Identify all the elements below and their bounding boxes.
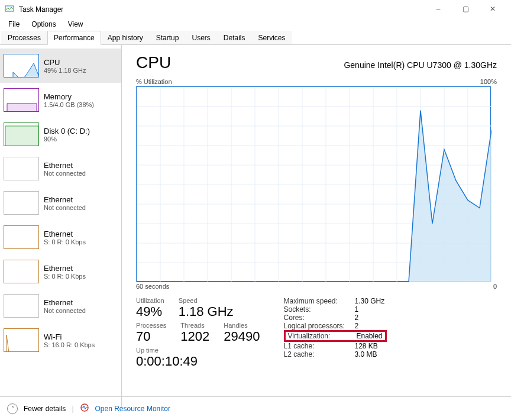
sidebar-item-wi-fi-8[interactable]: Wi-FiS: 16.0 R: 0 Kbps <box>0 323 121 357</box>
uptime-label: Up time <box>136 347 198 354</box>
stat-value: 1 <box>355 305 359 314</box>
utilization-label: Utilization <box>136 297 164 304</box>
chart-label-top-left: % Utilization <box>136 78 172 85</box>
chart-label-bottom-right: 0 <box>493 283 497 290</box>
sidebar-item-sub: 49% 1.18 GHz <box>44 67 86 74</box>
stat-label: Logical processors: <box>284 322 355 330</box>
detail-title: CPU <box>136 53 171 72</box>
tab-performance[interactable]: Performance <box>47 31 101 45</box>
stat-label: Maximum speed: <box>284 297 355 305</box>
stat-label: L2 cache: <box>284 350 355 358</box>
threads-label: Threads <box>180 322 209 329</box>
sidebar-item-ethernet-5[interactable]: EthernetS: 0 R: 0 Kbps <box>0 220 121 254</box>
sidebar-item-name: Ethernet <box>44 264 86 273</box>
thumb-icon <box>4 260 39 283</box>
stat-label: Sockets: <box>284 305 355 314</box>
right-stats: Maximum speed:1.30 GHzSockets:1Cores:2Lo… <box>284 297 387 369</box>
sidebar-item-disk-0-c-d--2[interactable]: Disk 0 (C: D:)90% <box>0 117 121 151</box>
stat-label: Cores: <box>284 314 355 322</box>
stat-label: L1 cache: <box>284 342 355 350</box>
sidebar-item-sub: Not connected <box>44 204 86 211</box>
tab-services[interactable]: Services <box>252 31 292 44</box>
thumb-icon <box>4 328 39 352</box>
sidebar-item-ethernet-4[interactable]: EthernetNot connected <box>0 186 121 220</box>
sidebar-item-name: Ethernet <box>44 161 86 170</box>
threads-value: 1202 <box>180 329 209 344</box>
sidebar-item-ethernet-3[interactable]: EthernetNot connected <box>0 151 121 186</box>
speed-label: Speed <box>179 297 234 304</box>
sidebar-item-name: Memory <box>44 92 94 101</box>
sidebar-item-sub: S: 16.0 R: 0 Kbps <box>44 341 95 348</box>
stat-label: Virtualization: <box>288 332 357 340</box>
menu-file[interactable]: File <box>2 19 25 30</box>
chart-label-top-right: 100% <box>480 78 497 85</box>
open-resource-monitor-link[interactable]: Open Resource Monitor <box>95 405 170 413</box>
stat-value: 2 <box>355 322 359 330</box>
thumb-icon <box>4 157 39 180</box>
sidebar-item-name: Ethernet <box>44 195 86 204</box>
sidebar-item-ethernet-7[interactable]: EthernetNot connected <box>0 289 121 323</box>
stat-row-maximum-speed: Maximum speed:1.30 GHz <box>284 297 387 305</box>
sidebar-item-name: Wi-Fi <box>44 332 95 341</box>
processes-value: 70 <box>136 329 166 344</box>
left-stats: Utilization 49% Speed 1.18 GHz Processes… <box>136 297 260 369</box>
stat-value: Enabled <box>357 332 383 340</box>
tab-processes[interactable]: Processes <box>1 31 47 44</box>
sidebar-item-sub: Not connected <box>44 307 86 314</box>
sidebar: CPU49% 1.18 GHzMemory1.5/4.0 GB (38%)Dis… <box>0 45 122 408</box>
sidebar-item-ethernet-6[interactable]: EthernetS: 0 R: 0 Kbps <box>0 254 121 289</box>
window-buttons: – ▢ ✕ <box>425 0 506 18</box>
sidebar-item-memory-1[interactable]: Memory1.5/4.0 GB (38%) <box>0 83 121 117</box>
thumb-icon <box>4 122 39 146</box>
stat-value: 3.0 MB <box>355 350 377 358</box>
sidebar-item-cpu-0[interactable]: CPU49% 1.18 GHz <box>0 49 121 83</box>
maximize-button[interactable]: ▢ <box>452 0 479 18</box>
sidebar-item-name: Disk 0 (C: D:) <box>44 127 90 135</box>
sidebar-item-name: Ethernet <box>44 298 86 307</box>
minimize-button[interactable]: – <box>425 0 452 18</box>
sidebar-item-name: Ethernet <box>44 230 86 238</box>
fewer-details-link[interactable]: Fewer details <box>24 405 66 413</box>
stat-row-virtualization: Virtualization:Enabled <box>284 330 387 342</box>
stat-row-logical-processors: Logical processors:2 <box>284 322 387 330</box>
sidebar-item-sub: 1.5/4.0 GB (38%) <box>44 101 94 108</box>
tab-users[interactable]: Users <box>185 31 216 44</box>
footer: ˄ Fewer details | Open Resource Monitor <box>0 396 511 420</box>
chevron-up-icon[interactable]: ˄ <box>7 403 18 414</box>
sidebar-item-sub: Not connected <box>44 170 86 177</box>
speed-value: 1.18 GHz <box>179 304 234 319</box>
stat-value: 128 KB <box>355 342 378 350</box>
sidebar-item-sub: 90% <box>44 135 90 143</box>
stat-row-l2-cache: L2 cache:3.0 MB <box>284 350 387 358</box>
app-icon <box>5 4 14 14</box>
thumb-icon <box>4 54 39 77</box>
tab-startup[interactable]: Startup <box>150 31 186 44</box>
utilization-value: 49% <box>136 304 164 319</box>
tab-details[interactable]: Details <box>217 31 252 44</box>
handles-label: Handles <box>224 322 260 329</box>
sidebar-item-sub: S: 0 R: 0 Kbps <box>44 238 86 245</box>
stat-row-cores: Cores:2 <box>284 314 387 322</box>
chart-label-bottom-left: 60 seconds <box>136 283 169 290</box>
processes-label: Processes <box>136 322 166 329</box>
titlebar: Task Manager – ▢ ✕ <box>0 0 511 18</box>
tab-app-history[interactable]: App history <box>101 31 150 44</box>
thumb-icon <box>4 191 39 215</box>
stat-value: 2 <box>355 314 359 322</box>
handles-value: 29490 <box>224 329 260 344</box>
stat-row-sockets: Sockets:1 <box>284 305 387 314</box>
sidebar-item-sub: S: 0 R: 0 Kbps <box>44 273 86 280</box>
thumb-icon <box>4 294 39 318</box>
sidebar-item-name: CPU <box>44 58 86 67</box>
cpu-model: Genuine Intel(R) CPU U7300 @ 1.30GHz <box>344 60 497 70</box>
menu-view[interactable]: View <box>62 19 89 30</box>
cpu-utilization-chart <box>136 86 491 282</box>
detail-panel: CPU Genuine Intel(R) CPU U7300 @ 1.30GHz… <box>122 45 511 408</box>
menu-options[interactable]: Options <box>25 19 62 30</box>
resource-monitor-icon <box>80 403 89 414</box>
close-button[interactable]: ✕ <box>479 0 506 18</box>
thumb-icon <box>4 88 39 112</box>
thumb-icon <box>4 225 39 249</box>
stat-value: 1.30 GHz <box>355 297 385 305</box>
tab-bar: Processes Performance App history Startu… <box>0 31 511 45</box>
